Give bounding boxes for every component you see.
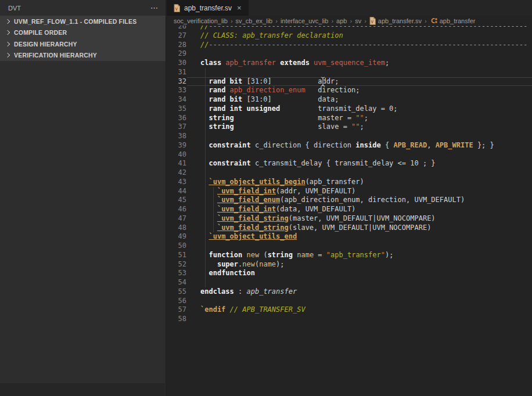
indent-guide [205, 168, 206, 178]
code-line-58[interactable]: 58 [167, 315, 532, 324]
line-content: rand int unsigned transmit_delay = 0; [186, 105, 532, 114]
code-line-45[interactable]: 45 `uvm_field_enum(apb_direction_enum, d… [167, 196, 532, 205]
breadcrumb-item-apb[interactable]: apb [336, 17, 347, 24]
breadcrumb-separator: › [350, 17, 352, 24]
breadcrumb-item-soc-verification-lib[interactable]: soc_verification_lib [174, 17, 228, 24]
line-content: super.new(name); [186, 260, 532, 269]
breadcrumb-item-apb-transfer-sv[interactable]: vapb_transfer.sv [369, 17, 422, 25]
line-content: class apb_transfer extends uvm_sequence_… [186, 59, 532, 68]
code-line-49[interactable]: 49 `uvm_object_utils_end [167, 232, 532, 242]
sv-file-icon: v [369, 17, 376, 25]
code-line-29[interactable]: 29 [167, 49, 532, 59]
line-number: 40 [167, 150, 186, 160]
code-line-31[interactable]: 31 [167, 68, 532, 77]
breadcrumb-separator: › [425, 17, 427, 24]
indent-guide [205, 187, 206, 196]
code-line-53[interactable]: 53 endfunction [167, 269, 532, 278]
indent-guide [213, 214, 214, 224]
more-actions-icon[interactable]: ⋯ [150, 3, 159, 12]
indent-guide [205, 114, 206, 123]
chevron-right-icon [5, 19, 10, 24]
line-content: string master = ""; [186, 114, 532, 123]
breadcrumb-separator: › [331, 17, 333, 24]
code-line-48[interactable]: 48 `uvm_field_string(slave, UVM_DEFAULT|… [167, 224, 532, 233]
code-line-56[interactable]: 56 [167, 297, 532, 306]
sidebar-item-uvm-ref-flow[interactable]: UVM_REF_FLOW_1.1 - COMPILED FILES [0, 16, 166, 27]
code-line-38[interactable]: 38 [167, 132, 532, 141]
indent-guide [205, 214, 206, 224]
line-number: 53 [167, 269, 186, 278]
code-line-41[interactable]: 41 constraint c_transmit_delay { transmi… [167, 159, 532, 168]
sidebar-item-verification-hierarchy[interactable]: VERIFICATION HIERARCHY [0, 50, 166, 62]
code-line-54[interactable]: 54 [167, 278, 532, 287]
indent-guide [205, 269, 206, 278]
tab-apb-transfer[interactable]: v apb_transfer.sv × [167, 0, 249, 16]
line-content: `endif // APB_TRANSFER_SV [186, 305, 532, 315]
indent-guide [205, 260, 206, 269]
sidebar-footer [0, 383, 165, 396]
line-number: 49 [167, 232, 186, 242]
line-number: 31 [167, 68, 186, 77]
line-number: 29 [167, 49, 186, 59]
code-line-43[interactable]: 43 `uvm_object_utils_begin(apb_transfer) [167, 178, 532, 187]
code-line-39[interactable]: 39 constraint c_direction { direction in… [167, 141, 532, 150]
line-content [186, 297, 532, 306]
sidebar-item-compile-order[interactable]: COMPILE ORDER [0, 27, 166, 39]
code-line-34[interactable]: 34 rand bit [31:0] data; [167, 95, 532, 105]
code-editor[interactable]: 26//------------------------------------… [167, 26, 532, 396]
line-content [186, 132, 532, 141]
sidebar-item-design-hierarchy[interactable]: DESIGN HIERARCHY [0, 38, 166, 50]
code-line-35[interactable]: 35 rand int unsigned transmit_delay = 0; [167, 105, 532, 114]
indent-guide [205, 251, 206, 260]
breadcrumb-item-apb-transfer[interactable]: apb_transfer [430, 17, 476, 24]
code-line-44[interactable]: 44 `uvm_field_int(addr, UVM_DEFAULT) [167, 187, 532, 196]
indent-guide [205, 123, 206, 132]
breadcrumb-item-sv-cb-ex-lib[interactable]: sv_cb_ex_lib [236, 17, 273, 24]
chevron-right-icon [5, 30, 10, 35]
line-content [186, 278, 532, 287]
code-line-51[interactable]: 51 function new (string name = "apb_tran… [167, 251, 532, 260]
breadcrumb-item-sv[interactable]: sv [355, 17, 361, 24]
line-number: 46 [167, 205, 186, 214]
code-line-28[interactable]: 28//------------------------------------… [167, 41, 532, 50]
code-line-30[interactable]: 30class apb_transfer extends uvm_sequenc… [167, 59, 532, 68]
code-line-50[interactable]: 50 [167, 242, 532, 251]
sidebar-item-label: COMPILE ORDER [14, 29, 67, 36]
line-number: 33 [167, 86, 186, 95]
line-content: function new (string name = "apb_transfe… [186, 251, 532, 260]
line-number: 28 [167, 41, 186, 50]
line-number: 42 [167, 168, 186, 178]
code-line-26[interactable]: 26//------------------------------------… [167, 26, 532, 31]
code-line-55[interactable]: 55endclass : apb_transfer [167, 287, 532, 297]
indent-guide [205, 105, 206, 114]
indent-guide [205, 95, 206, 105]
breadcrumb: soc_verification_lib›sv_cb_ex_lib›interf… [167, 16, 532, 26]
close-icon[interactable]: × [236, 4, 243, 12]
line-content: // CLASS: apb_transfer declaration [186, 31, 532, 41]
code-line-33[interactable]: 33 rand apb_direction_enum direction; [167, 86, 532, 95]
code-line-52[interactable]: 52 super.new(name); [167, 260, 532, 269]
indent-guide [205, 77, 206, 87]
line-content: //--------------------------------------… [186, 41, 532, 50]
line-content: `uvm_field_int(addr, UVM_DEFAULT) [186, 187, 532, 196]
breadcrumb-label: apb_transfer.sv [378, 17, 422, 24]
line-content: `uvm_field_string(master, UVM_DEFAULT|UV… [186, 214, 532, 224]
code-line-42[interactable]: 42 [167, 168, 532, 178]
code-line-57[interactable]: 57`endif // APB_TRANSFER_SV [167, 305, 532, 315]
code-line-36[interactable]: 36 string master = ""; [167, 114, 532, 123]
line-content: endclass : apb_transfer [186, 287, 532, 297]
line-content: `uvm_object_utils_end [186, 232, 532, 242]
line-content: `uvm_field_enum(apb_direction_enum, dire… [186, 196, 532, 205]
code-line-27[interactable]: 27// CLASS: apb_transfer declaration [167, 31, 532, 41]
indent-guide [213, 196, 214, 205]
breadcrumb-item-interface-uvc-lib[interactable]: interface_uvc_lib [281, 17, 329, 24]
code-line-37[interactable]: 37 string slave = ""; [167, 123, 532, 132]
code-line-46[interactable]: 46 `uvm_field_int(data, UVM_DEFAULT) [167, 205, 532, 214]
indent-guide [205, 205, 206, 214]
line-number: 51 [167, 251, 186, 260]
code-line-40[interactable]: 40 [167, 150, 532, 160]
line-content: endfunction [186, 269, 532, 278]
code-line-32[interactable]: 32 rand bit [31:0] addr; [167, 77, 532, 87]
line-number: 38 [167, 132, 186, 141]
code-line-47[interactable]: 47 `uvm_field_string(master, UVM_DEFAULT… [167, 214, 532, 224]
